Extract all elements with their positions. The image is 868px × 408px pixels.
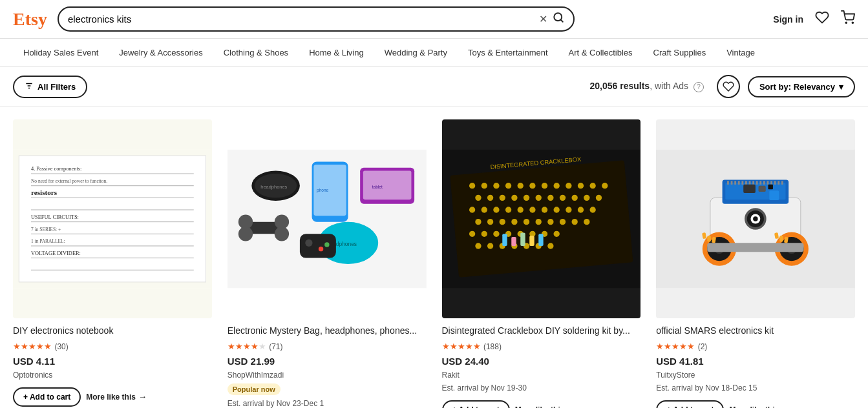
svg-rect-127 — [763, 181, 765, 185]
nav-item-jewelry[interactable]: Jewelry & Accessories — [109, 39, 213, 66]
stars-1: ★★★★★ — [13, 342, 52, 351]
svg-rect-123 — [749, 181, 751, 185]
svg-point-63 — [511, 195, 517, 201]
search-clear-icon[interactable]: ✕ — [539, 13, 547, 25]
more-like-1[interactable]: More like this → — [86, 392, 147, 402]
nav-item-vintage[interactable]: Vintage — [716, 39, 765, 66]
search-submit-icon[interactable] — [553, 12, 564, 26]
svg-rect-131 — [778, 181, 780, 185]
product-rating-1: ★★★★★ (30) — [13, 340, 212, 352]
nav-item-home[interactable]: Home & Living — [299, 39, 374, 66]
save-favorites-button[interactable] — [717, 75, 740, 98]
nav-item-wedding[interactable]: Wedding & Party — [374, 39, 458, 66]
nav-item-holiday[interactable]: Holiday Sales Event — [13, 39, 109, 66]
svg-point-87 — [535, 219, 541, 225]
svg-rect-118 — [731, 181, 733, 185]
etsy-logo[interactable]: Etsy — [13, 9, 47, 30]
product-rating-4: ★★★★★ (2) — [656, 340, 855, 352]
svg-point-101 — [487, 243, 492, 249]
svg-rect-132 — [781, 181, 783, 185]
all-filters-button[interactable]: All Filters — [13, 76, 87, 98]
sign-in-link[interactable]: Sign in — [773, 14, 803, 25]
ads-info-icon[interactable]: ? — [693, 82, 704, 92]
svg-point-45 — [324, 242, 329, 247]
svg-point-77 — [541, 207, 547, 212]
nav-item-clothing[interactable]: Clothing & Shoes — [213, 39, 299, 66]
svg-rect-129 — [770, 181, 772, 185]
svg-point-71 — [469, 207, 474, 212]
popular-badge-2: Popular now — [228, 383, 281, 395]
svg-point-64 — [523, 195, 529, 201]
svg-text:phone: phone — [317, 188, 328, 193]
more-like-4[interactable]: More like this → — [729, 405, 790, 408]
svg-rect-136 — [770, 190, 779, 200]
svg-point-75 — [517, 207, 523, 212]
svg-rect-33 — [363, 170, 412, 199]
svg-point-43 — [305, 240, 312, 247]
product-image-4 — [656, 119, 855, 318]
stars-3: ★★★★★ — [442, 342, 481, 351]
svg-text:1 in PARALLEL:: 1 in PARALLEL: — [31, 238, 65, 244]
search-input[interactable] — [68, 14, 534, 25]
svg-point-54 — [541, 183, 547, 189]
nav-item-art[interactable]: Art & Collectibles — [558, 39, 643, 66]
svg-point-69 — [584, 195, 589, 201]
svg-point-49 — [481, 183, 487, 189]
svg-point-65 — [535, 195, 541, 201]
svg-rect-110 — [529, 236, 534, 246]
add-to-cart-4[interactable]: + Add to cart — [656, 400, 724, 408]
svg-rect-130 — [774, 181, 776, 185]
svg-rect-117 — [727, 181, 729, 185]
nav-item-craft[interactable]: Craft Supplies — [643, 39, 717, 66]
svg-point-88 — [547, 219, 553, 225]
product-rating-3: ★★★★★ (188) — [442, 340, 641, 352]
svg-point-52 — [517, 183, 523, 189]
svg-point-58 — [589, 183, 595, 189]
svg-text:resistors: resistors — [31, 189, 58, 196]
est-arrival-2: Est. arrival by Nov 23-Dec 1 — [228, 399, 427, 408]
svg-point-38 — [238, 227, 253, 241]
svg-rect-122 — [745, 181, 747, 185]
product-image-3: DISINTEGRATED CRACKLEBOX — [442, 119, 641, 318]
sort-button[interactable]: Sort by: Relevancy ▾ — [748, 76, 855, 97]
main-nav: Holiday Sales Event Jewelry & Accessorie… — [0, 39, 868, 67]
svg-rect-121 — [742, 181, 744, 185]
svg-rect-153 — [708, 243, 804, 252]
header: Etsy ✕ Sign in — [0, 0, 868, 39]
svg-point-89 — [559, 219, 565, 225]
svg-point-93 — [481, 231, 487, 237]
svg-text:7 in SERIES: +: 7 in SERIES: + — [31, 227, 61, 232]
svg-rect-109 — [520, 232, 525, 246]
product-card-3: DISINTEGRATED CRACKLEBOX Disintegrated C… — [442, 119, 641, 408]
svg-text:tablet: tablet — [372, 185, 383, 189]
svg-point-94 — [493, 231, 499, 237]
stars-2: ★★★★ — [228, 342, 259, 351]
svg-rect-126 — [760, 181, 762, 185]
more-like-3[interactable]: More like this → — [515, 405, 576, 408]
est-arrival-4: Est. arrival by Nov 18-Dec 15 — [656, 383, 855, 393]
product-price-3: USD 24.40 — [442, 356, 641, 367]
svg-text:USEFUL CIRCUITS:: USEFUL CIRCUITS: — [31, 214, 79, 220]
svg-rect-148 — [708, 236, 712, 241]
nav-item-toys[interactable]: Toys & Entertainment — [458, 39, 558, 66]
add-to-cart-3[interactable]: + Add to cart — [442, 400, 510, 408]
svg-rect-134 — [759, 186, 766, 192]
svg-text:VOLTAGE DIVIDER:: VOLTAGE DIVIDER: — [31, 250, 81, 256]
svg-point-92 — [469, 231, 474, 237]
product-title-2: Electronic Mystery Bag, headphones, phon… — [228, 325, 427, 336]
svg-rect-108 — [511, 237, 516, 246]
product-card-4: official SMARS electronics kit ★★★★★ (2)… — [656, 119, 855, 408]
product-title-4: official SMARS electronics kit — [656, 325, 855, 336]
svg-point-86 — [523, 219, 529, 225]
cart-icon[interactable] — [841, 10, 855, 28]
svg-rect-47 — [450, 160, 633, 278]
svg-rect-119 — [734, 181, 736, 185]
product-image-2: headphones phone tablet headphones — [228, 119, 427, 318]
product-image-1: 4. Passive components: No need for exter… — [13, 119, 212, 318]
add-to-cart-1[interactable]: + Add to cart — [13, 387, 81, 407]
svg-point-59 — [602, 183, 608, 189]
filter-label: All Filters — [37, 82, 76, 92]
wishlist-icon[interactable] — [815, 10, 829, 28]
svg-rect-128 — [767, 181, 769, 185]
svg-point-85 — [511, 219, 517, 225]
